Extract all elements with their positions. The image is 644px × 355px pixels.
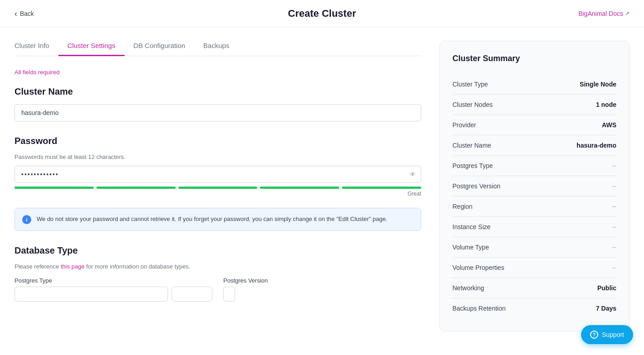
eye-icon — [409, 170, 416, 178]
info-text: We do not store your password and cannot… — [37, 215, 387, 224]
db-type-row: Postgres Type Postgres Version — [14, 277, 421, 302]
postgres-type-col: Postgres Type — [14, 277, 212, 302]
summary-row: Cluster Nodes 1 node — [452, 95, 616, 115]
header: Back Create Cluster BigAnimal Docs — [0, 0, 644, 27]
summary-key: Instance Size — [452, 223, 490, 230]
required-note: All fields required — [14, 69, 421, 76]
summary-value: -- — [612, 244, 616, 251]
summary-value: AWS — [602, 121, 616, 129]
summary-key: Volume Properties — [452, 264, 504, 271]
cluster-name-section: Cluster Name — [14, 86, 421, 121]
strength-bar-1 — [14, 187, 94, 189]
password-title: Password — [14, 136, 421, 146]
summary-row: Volume Type -- — [452, 237, 616, 258]
summary-key: Cluster Name — [452, 142, 491, 149]
back-button[interactable]: Back — [14, 10, 34, 18]
summary-rows: Cluster Type Single Node Cluster Nodes 1… — [452, 74, 616, 318]
tab-db-configuration[interactable]: DB Configuration — [125, 36, 194, 56]
summary-value: 7 Days — [596, 305, 616, 312]
db-type-section: Database Type Please reference this page… — [14, 245, 421, 302]
tab-bar: Cluster Info Cluster Settings DB Configu… — [14, 36, 421, 56]
postgres-version-select[interactable] — [223, 287, 235, 302]
summary-key: Provider — [452, 121, 476, 129]
summary-key: Region — [452, 203, 472, 210]
summary-row: Provider AWS — [452, 115, 616, 135]
summary-key: Networking — [452, 284, 484, 292]
summary-value: -- — [612, 182, 616, 190]
summary-row: Cluster Name hasura-demo — [452, 135, 616, 156]
summary-value: Public — [597, 284, 616, 292]
summary-row: Postgres Version -- — [452, 176, 616, 197]
info-icon: i — [22, 215, 31, 224]
summary-row: Cluster Type Single Node — [452, 74, 616, 95]
summary-row: Postgres Type -- — [452, 156, 616, 176]
summary-title: Cluster Summary — [452, 54, 616, 63]
postgres-type-select[interactable] — [14, 287, 168, 302]
summary-row: Instance Size -- — [452, 217, 616, 237]
left-panel: Cluster Info Cluster Settings DB Configu… — [14, 36, 439, 355]
summary-value: hasura-demo — [577, 142, 616, 149]
docs-label: BigAnimal Docs — [578, 10, 623, 17]
summary-row: Networking Public — [452, 278, 616, 298]
summary-value: -- — [612, 264, 616, 271]
summary-key: Postgres Type — [452, 162, 493, 169]
password-toggle-button[interactable] — [409, 170, 416, 178]
back-label: Back — [20, 10, 34, 17]
strength-bar-3 — [178, 187, 258, 189]
cluster-name-title: Cluster Name — [14, 86, 421, 97]
summary-value: Single Node — [580, 81, 616, 88]
postgres-type-label: Postgres Type — [14, 277, 212, 284]
summary-value: -- — [612, 162, 616, 169]
db-type-title: Database Type — [14, 245, 421, 256]
db-help-link[interactable]: this page — [61, 263, 85, 270]
summary-key: Cluster Nodes — [452, 101, 493, 108]
strength-bar-2 — [96, 187, 176, 189]
summary-value: -- — [612, 203, 616, 210]
postgres-version-col: Postgres Version — [223, 277, 421, 302]
summary-row: Backups Retention 7 Days — [452, 298, 616, 318]
strength-bar-4 — [260, 187, 339, 189]
postgres-type-mini-select[interactable] — [172, 287, 212, 302]
summary-key: Postgres Version — [452, 182, 500, 190]
docs-link[interactable]: BigAnimal Docs — [578, 10, 630, 17]
tab-backups[interactable]: Backups — [194, 36, 239, 56]
summary-key: Cluster Type — [452, 81, 488, 88]
summary-key: Volume Type — [452, 244, 489, 251]
summary-key: Backups Retention — [452, 305, 506, 312]
postgres-version-label: Postgres Version — [223, 277, 421, 284]
password-help: Passwords must be at least 12 characters… — [14, 154, 421, 160]
summary-value: 1 node — [596, 101, 616, 108]
tab-cluster-settings[interactable]: Cluster Settings — [58, 36, 125, 56]
support-circle-icon: ? — [590, 331, 598, 339]
postgres-type-select-wrapper — [14, 287, 212, 302]
db-help-prefix: Please reference — [14, 263, 61, 270]
password-strength-bars — [14, 187, 421, 189]
strength-bar-5 — [342, 187, 421, 189]
right-panel: Cluster Summary Cluster Type Single Node… — [439, 36, 630, 355]
password-strength-label: Great — [14, 191, 421, 197]
password-info-box: i We do not store your password and cann… — [14, 208, 421, 231]
password-input[interactable] — [14, 166, 421, 183]
tab-cluster-info[interactable]: Cluster Info — [14, 36, 58, 56]
support-button[interactable]: ? Support — [581, 325, 633, 344]
cluster-name-input[interactable] — [14, 104, 421, 121]
password-wrapper — [14, 166, 421, 183]
main-layout: Cluster Info Cluster Settings DB Configu… — [0, 27, 644, 355]
support-label: Support — [602, 331, 624, 338]
back-icon — [14, 10, 17, 18]
password-section: Password Passwords must be at least 12 c… — [14, 136, 421, 197]
db-help-suffix: for more information on database types. — [86, 263, 190, 270]
page-title: Create Cluster — [288, 8, 356, 19]
summary-row: Volume Properties -- — [452, 258, 616, 278]
db-help-text: Please reference this page for more info… — [14, 263, 421, 270]
external-link-icon — [625, 10, 630, 17]
summary-row: Region -- — [452, 197, 616, 217]
cluster-summary-card: Cluster Summary Cluster Type Single Node… — [439, 41, 630, 331]
summary-value: -- — [612, 223, 616, 230]
